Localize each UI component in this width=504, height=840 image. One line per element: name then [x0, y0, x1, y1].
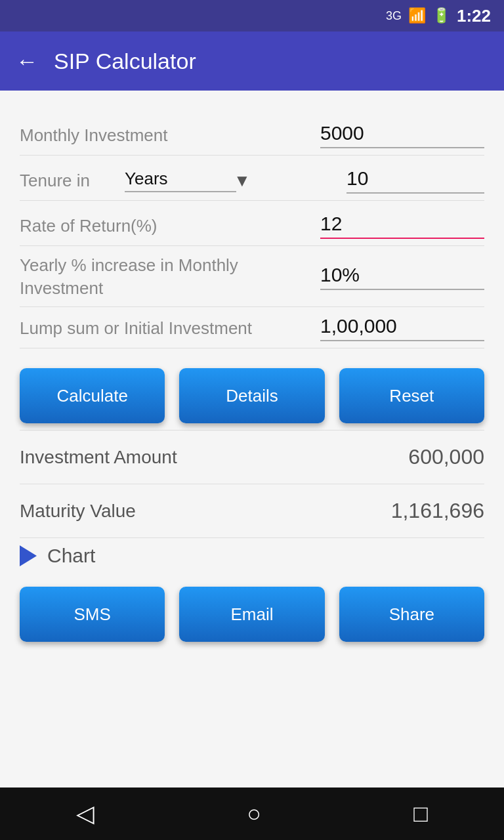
email-button[interactable]: Email	[179, 587, 324, 642]
bottom-action-row: SMS Email Share	[20, 587, 484, 642]
yearly-increase-label: Yearly % increase in Monthly Investment	[20, 254, 320, 300]
calculate-button[interactable]: Calculate	[20, 368, 165, 423]
tenure-unit-dropdown[interactable]: Years Months	[125, 169, 236, 192]
home-nav-icon[interactable]: ○	[247, 800, 261, 828]
tenure-dropdown-wrap: Years Months ▼	[125, 169, 346, 192]
back-nav-icon[interactable]: ◁	[76, 800, 94, 828]
chart-label: Chart	[47, 545, 95, 567]
tenure-label: Tenure in	[20, 171, 125, 191]
reset-button[interactable]: Reset	[339, 368, 484, 423]
maturity-value-row: Maturity Value 1,161,696	[20, 484, 484, 537]
lump-sum-label: Lump sum or Initial Investment	[20, 317, 320, 340]
tenure-value-wrap	[346, 167, 484, 194]
sms-button[interactable]: SMS	[20, 587, 165, 642]
maturity-value-value: 1,161,696	[391, 499, 484, 523]
chart-expand-icon	[20, 545, 37, 566]
investment-amount-value: 600,000	[408, 445, 484, 469]
monthly-investment-label: Monthly Investment	[20, 125, 320, 146]
lump-sum-input[interactable]	[320, 315, 484, 341]
rate-of-return-label: Rate of Return(%)	[20, 216, 320, 236]
network-indicator: 3G	[386, 9, 402, 23]
investment-amount-label: Investment Amount	[20, 447, 177, 468]
rate-of-return-input[interactable]	[320, 213, 484, 239]
yearly-increase-input-wrap	[320, 264, 484, 290]
investment-amount-row: Investment Amount 600,000	[20, 430, 484, 484]
lump-sum-input-wrap	[320, 315, 484, 341]
dropdown-arrow-icon: ▼	[234, 171, 251, 191]
page-title: SIP Calculator	[54, 49, 196, 74]
chart-toggle-row[interactable]: Chart	[20, 538, 484, 580]
monthly-investment-input[interactable]	[320, 122, 484, 148]
clock: 1:22	[457, 6, 491, 26]
back-button[interactable]: ←	[16, 49, 38, 74]
yearly-increase-input[interactable]	[320, 264, 484, 290]
app-bar: ← SIP Calculator	[0, 32, 504, 91]
status-bar: 3G 📶 🔋 1:22	[0, 0, 504, 32]
yearly-increase-row: Yearly % increase in Monthly Investment	[20, 246, 484, 306]
battery-icon: 🔋	[432, 7, 450, 24]
rate-of-return-input-wrap	[320, 213, 484, 239]
rate-of-return-row: Rate of Return(%)	[20, 201, 484, 245]
action-button-row: Calculate Details Reset	[20, 368, 484, 423]
monthly-investment-input-wrap	[320, 122, 484, 148]
recents-nav-icon[interactable]: □	[413, 800, 428, 828]
nav-bar: ◁ ○ □	[0, 788, 504, 840]
maturity-value-label: Maturity Value	[20, 501, 136, 522]
details-button[interactable]: Details	[179, 368, 324, 423]
monthly-investment-row: Monthly Investment	[20, 110, 484, 155]
main-content: Monthly Investment Tenure in Years Month…	[0, 91, 504, 788]
lump-sum-row: Lump sum or Initial Investment	[20, 307, 484, 348]
signal-icon: 📶	[408, 7, 426, 24]
share-button[interactable]: Share	[339, 587, 484, 642]
tenure-value-input[interactable]	[346, 167, 484, 194]
tenure-row: Tenure in Years Months ▼	[20, 156, 484, 200]
